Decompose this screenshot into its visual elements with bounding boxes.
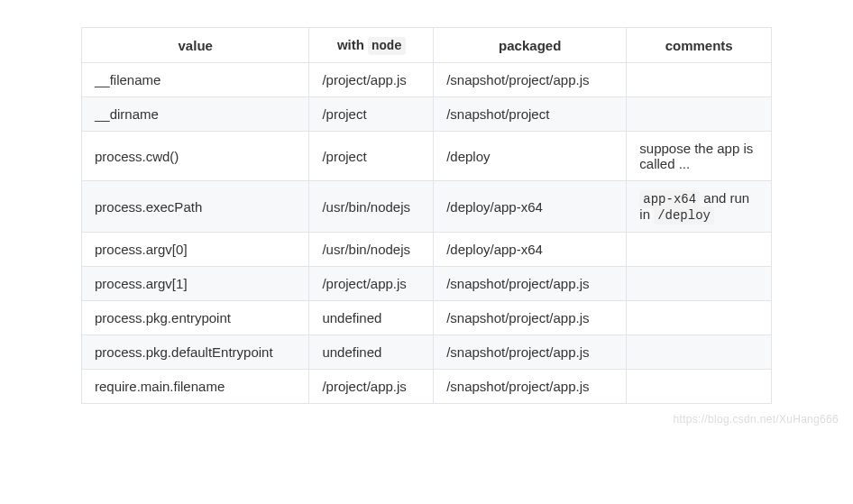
cell-packaged: /snapshot/project/app.js (434, 335, 627, 370)
cell-node: /project/app.js (309, 267, 434, 301)
cell-comments (627, 335, 772, 370)
cell-comments (627, 267, 772, 301)
cell-comments-code1: app-x64 (639, 190, 700, 208)
table-row: require.main.filename /project/app.js /s… (82, 370, 772, 404)
cell-comments-code2: /deploy (654, 206, 714, 225)
watermark: https://blog.csdn.net/XuHang666 (674, 413, 839, 426)
paths-table: value with node packaged comments __file… (81, 27, 772, 404)
cell-node: /project/app.js (309, 370, 434, 404)
cell-comments (627, 301, 772, 335)
table-row: __dirname /project /snapshot/project (82, 97, 772, 132)
col-header-packaged: packaged (434, 28, 627, 63)
cell-node: /usr/bin/nodejs (309, 233, 434, 267)
cell-value: process.execPath (82, 181, 309, 233)
cell-comments: suppose the app is called ... (627, 132, 772, 181)
cell-packaged: /snapshot/project (434, 97, 627, 132)
col-header-value: value (82, 28, 309, 63)
cell-comments (627, 97, 772, 132)
cell-value: __dirname (82, 97, 309, 132)
cell-value: process.pkg.defaultEntrypoint (82, 335, 309, 370)
cell-packaged: /deploy/app-x64 (434, 181, 627, 233)
cell-node: /project (309, 132, 434, 181)
cell-comments (627, 370, 772, 404)
table-header-row: value with node packaged comments (82, 28, 772, 63)
cell-value: process.cwd() (82, 132, 309, 181)
col-header-with-node: with node (309, 28, 434, 63)
cell-comments (627, 233, 772, 267)
cell-node: /project/app.js (309, 63, 434, 97)
cell-packaged: /snapshot/project/app.js (434, 63, 627, 97)
cell-packaged: /deploy (434, 132, 627, 181)
col-header-comments: comments (627, 28, 772, 63)
cell-packaged: /snapshot/project/app.js (434, 267, 627, 301)
cell-node: undefined (309, 301, 434, 335)
cell-packaged: /snapshot/project/app.js (434, 301, 627, 335)
cell-comments (627, 63, 772, 97)
cell-value: require.main.filename (82, 370, 309, 404)
table-row: process.argv[0] /usr/bin/nodejs /deploy/… (82, 233, 772, 267)
cell-node: undefined (309, 335, 434, 370)
table-row: process.pkg.entrypoint undefined /snapsh… (82, 301, 772, 335)
cell-value: process.pkg.entrypoint (82, 301, 309, 335)
table-row: process.pkg.defaultEntrypoint undefined … (82, 335, 772, 370)
cell-node: /usr/bin/nodejs (309, 181, 434, 233)
cell-value: process.argv[1] (82, 267, 309, 301)
table-row: process.execPath /usr/bin/nodejs /deploy… (82, 181, 772, 233)
col-header-node-code: node (368, 37, 406, 55)
cell-value: process.argv[0] (82, 233, 309, 267)
table-row: __filename /project/app.js /snapshot/pro… (82, 63, 772, 97)
cell-value: __filename (82, 63, 309, 97)
table-row: process.argv[1] /project/app.js /snapsho… (82, 267, 772, 301)
cell-packaged: /deploy/app-x64 (434, 233, 627, 267)
cell-packaged: /snapshot/project/app.js (434, 370, 627, 404)
cell-node: /project (309, 97, 434, 132)
table-row: process.cwd() /project /deploy suppose t… (82, 132, 772, 181)
cell-comments: app-x64 and run in /deploy (627, 181, 772, 233)
col-header-with-pre: with (337, 37, 368, 52)
